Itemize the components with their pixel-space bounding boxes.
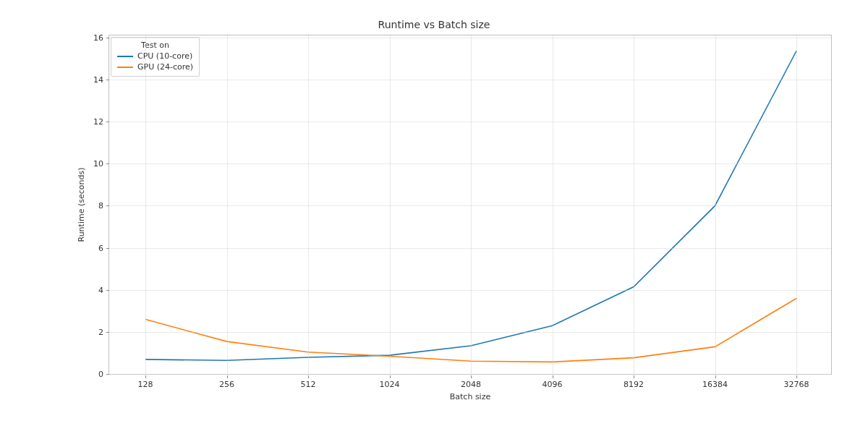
y-tick-label: 12 [93, 117, 109, 127]
legend-title: Test on [117, 41, 193, 50]
x-tick-mark [715, 375, 716, 378]
y-tick-label: 0 [98, 370, 109, 379]
y-tick-label: 8 [98, 201, 109, 210]
x-tick-mark [145, 375, 146, 378]
x-tick-label: 256 [219, 380, 234, 389]
x-tick-label: 2048 [461, 380, 481, 389]
x-tick-mark [227, 375, 228, 378]
y-tick-label: 6 [98, 243, 109, 252]
chart-figure: Runtime vs Batch size Test on CPU (10-co… [0, 0, 868, 434]
y-tick-label: 14 [93, 75, 109, 84]
x-tick-mark [634, 375, 634, 378]
x-tick-label: 4096 [542, 380, 563, 389]
legend-item: CPU (10-core) [117, 51, 193, 61]
x-tick-mark [390, 375, 391, 378]
y-tick-label: 2 [98, 328, 109, 337]
grid-line-vertical [227, 35, 228, 374]
x-tick-label: 128 [138, 380, 153, 389]
chart-legend: Test on CPU (10-core)GPU (24-core) [111, 37, 200, 77]
grid-line-horizontal [109, 205, 831, 206]
grid-line-vertical [390, 35, 391, 374]
x-tick-label: 512 [301, 380, 316, 389]
grid-line-vertical [634, 35, 634, 374]
grid-line-horizontal [109, 248, 831, 249]
chart-title: Runtime vs Batch size [0, 19, 868, 30]
x-tick-label: 32768 [784, 380, 809, 389]
x-axis-label: Batch size [450, 392, 490, 401]
x-tick-mark [553, 375, 553, 378]
x-tick-mark [308, 375, 309, 378]
grid-line-vertical [553, 35, 553, 374]
grid-line-vertical [715, 35, 716, 374]
y-tick-label: 10 [93, 159, 109, 169]
grid-line-horizontal [109, 374, 831, 375]
legend-swatch [117, 56, 133, 57]
legend-swatch [117, 67, 133, 68]
grid-line-vertical [145, 35, 146, 374]
grid-line-horizontal [109, 332, 831, 333]
grid-line-horizontal [109, 122, 831, 122]
x-tick-label: 1024 [380, 380, 400, 389]
x-tick-mark [796, 375, 797, 378]
x-tick-label: 8192 [624, 380, 644, 389]
grid-line-vertical [471, 35, 472, 374]
grid-line-vertical [308, 35, 309, 374]
x-tick-label: 16384 [702, 380, 728, 389]
grid-line-horizontal [109, 38, 831, 38]
y-tick-label: 16 [93, 33, 109, 42]
chart-axes: Test on CPU (10-core)GPU (24-core) 12825… [109, 35, 832, 375]
legend-item: GPU (24-core) [117, 61, 193, 72]
y-tick-label: 4 [98, 285, 109, 294]
y-axis-label: Runtime (seconds) [77, 168, 86, 242]
grid-line-vertical [796, 35, 797, 374]
grid-line-horizontal [109, 290, 831, 291]
grid-line-horizontal [109, 80, 831, 80]
x-tick-mark [471, 375, 472, 378]
grid-line-horizontal [109, 163, 831, 164]
